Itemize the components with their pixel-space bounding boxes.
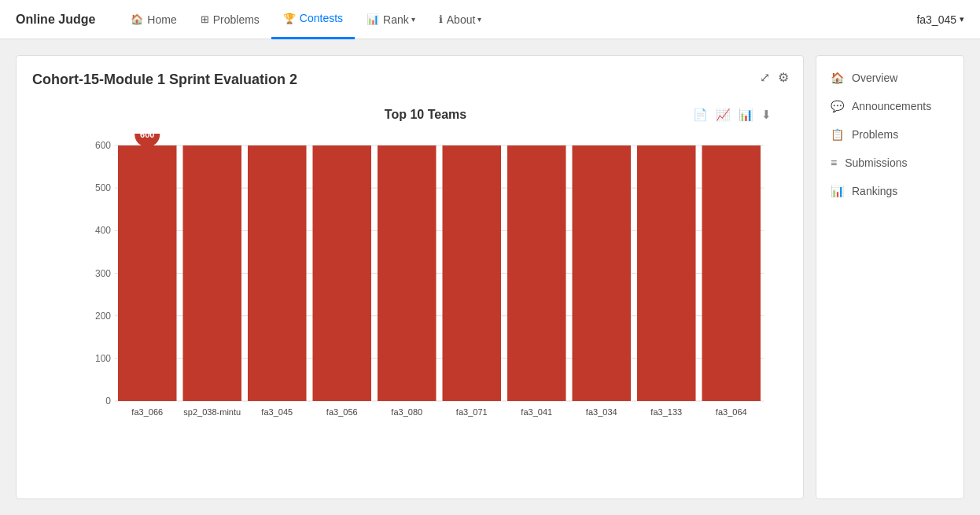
nav-home-label: Home xyxy=(147,13,176,26)
sidebar-item-announcements[interactable]: 💬 Announcements xyxy=(816,92,963,120)
svg-text:fa3_080: fa3_080 xyxy=(391,407,422,417)
bar-chart-icon: 📊 xyxy=(367,13,379,25)
svg-text:fa3_045: fa3_045 xyxy=(261,407,293,417)
bar-chart: 0100200300400500600fa3_066sp2_038-mintuf… xyxy=(79,134,772,448)
svg-text:300: 300 xyxy=(95,268,111,279)
nav-items: 🏠 Home ⊞ Problems 🏆 Contests 📊 Rank ▾ ℹ … xyxy=(119,0,916,39)
svg-rect-14 xyxy=(118,145,177,401)
sidebar-announcements-label: Announcements xyxy=(852,100,931,112)
svg-rect-18 xyxy=(248,145,307,401)
svg-text:fa3_041: fa3_041 xyxy=(521,407,552,417)
content-panel: Cohort-15-Module 1 Sprint Evaluation 2 ⤢… xyxy=(16,55,804,499)
trophy-icon: 🏆 xyxy=(283,13,296,24)
about-caret-icon: ▾ xyxy=(477,15,481,24)
main-container: Cohort-15-Module 1 Sprint Evaluation 2 ⤢… xyxy=(0,39,980,515)
svg-text:0: 0 xyxy=(105,395,111,406)
svg-text:fa3_066: fa3_066 xyxy=(131,407,163,417)
svg-text:sp2_038-mintu: sp2_038-mintu xyxy=(183,407,241,417)
chart-svg-wrap: 0100200300400500600fa3_066sp2_038-mintuf… xyxy=(79,134,772,451)
svg-text:fa3_064: fa3_064 xyxy=(716,407,747,417)
nav-contests[interactable]: 🏆 Contests xyxy=(271,0,355,39)
grid-icon: ⊞ xyxy=(201,13,209,25)
user-caret-icon: ▾ xyxy=(960,14,964,24)
svg-text:fa3_056: fa3_056 xyxy=(326,407,358,417)
sidebar-rankings-label: Rankings xyxy=(852,185,897,197)
svg-rect-26 xyxy=(507,145,566,401)
settings-icon[interactable]: ⚙ xyxy=(778,70,789,85)
panel-title: Cohort-15-Module 1 Sprint Evaluation 2 xyxy=(32,72,787,88)
sidebar-item-submissions[interactable]: ≡ Submissions xyxy=(816,149,963,177)
nav-about-label: About xyxy=(447,13,476,26)
chart-download-icon[interactable]: ⬇ xyxy=(761,108,772,122)
svg-text:fa3_071: fa3_071 xyxy=(456,407,488,417)
rank-caret-icon: ▾ xyxy=(411,15,415,24)
sidebar-submissions-label: Submissions xyxy=(845,156,907,169)
svg-rect-32 xyxy=(702,145,761,401)
chart-title: Top 10 Teams xyxy=(79,108,772,122)
nav-contests-label: Contests xyxy=(300,12,343,24)
chart-table-icon[interactable]: 📄 xyxy=(693,108,708,122)
home-icon: 🏠 xyxy=(131,13,143,25)
info-icon: ℹ xyxy=(439,13,443,25)
svg-text:fa3_034: fa3_034 xyxy=(586,407,617,417)
chart-line-icon[interactable]: 📈 xyxy=(716,108,731,122)
svg-rect-24 xyxy=(443,145,502,401)
username-label: fa3_045 xyxy=(916,13,956,26)
svg-text:400: 400 xyxy=(95,225,111,236)
submissions-icon: ≡ xyxy=(831,156,837,169)
svg-text:200: 200 xyxy=(95,311,111,322)
nav-problems[interactable]: ⊞ Problems xyxy=(189,0,271,39)
sidebar-item-overview[interactable]: 🏠 Overview xyxy=(816,64,963,92)
sidebar-item-problems[interactable]: 📋 Problems xyxy=(816,120,963,149)
chart-toolbar: 📄 📈 📊 ⬇ xyxy=(693,108,772,122)
nav-about[interactable]: ℹ About ▾ xyxy=(427,0,494,39)
svg-rect-22 xyxy=(378,145,437,401)
rankings-icon: 📊 xyxy=(831,185,844,197)
chart-container: Top 10 Teams 📄 📈 📊 ⬇ 0100200300400500600… xyxy=(32,100,787,482)
user-menu[interactable]: fa3_045 ▾ xyxy=(916,13,964,26)
svg-text:600: 600 xyxy=(95,140,111,151)
panel-icons: ⤢ ⚙ xyxy=(760,70,789,85)
nav-problems-label: Problems xyxy=(213,13,260,26)
nav-home[interactable]: 🏠 Home xyxy=(119,0,188,39)
expand-icon[interactable]: ⤢ xyxy=(760,70,770,85)
svg-text:100: 100 xyxy=(95,353,111,364)
svg-text:600: 600 xyxy=(140,134,154,139)
sidebar-overview-label: Overview xyxy=(852,72,897,84)
svg-rect-30 xyxy=(637,145,696,401)
chart-bar-icon[interactable]: 📊 xyxy=(739,108,753,122)
sidebar-item-rankings[interactable]: 📊 Rankings xyxy=(816,177,963,205)
nav-rank-label: Rank xyxy=(383,13,409,26)
svg-rect-20 xyxy=(313,145,372,401)
brand-logo: Online Judge xyxy=(16,13,95,27)
navbar: Online Judge 🏠 Home ⊞ Problems 🏆 Contest… xyxy=(0,0,980,39)
svg-rect-28 xyxy=(573,145,632,401)
nav-rank[interactable]: 📊 Rank ▾ xyxy=(355,0,427,39)
sidebar-problems-label: Problems xyxy=(852,128,898,141)
problems-icon: 📋 xyxy=(831,128,844,141)
svg-text:fa3_133: fa3_133 xyxy=(650,407,682,417)
announcements-icon: 💬 xyxy=(831,100,844,112)
overview-icon: 🏠 xyxy=(831,72,844,84)
svg-text:500: 500 xyxy=(95,182,111,193)
sidebar: 🏠 Overview 💬 Announcements 📋 Problems ≡ … xyxy=(816,55,964,499)
svg-rect-16 xyxy=(183,145,242,401)
